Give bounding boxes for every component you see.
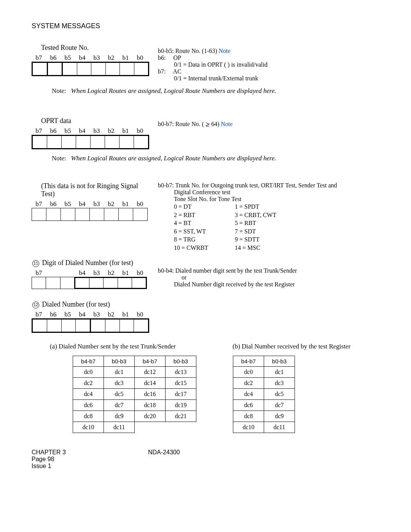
desc-text: b0-b5: [158,48,174,54]
note-text: When Logical Routes are assigned, Logica… [71,155,276,162]
table-header: b0-b3 [264,356,295,366]
bit-label: b4 [75,269,89,277]
bit-label: b1 [118,200,133,208]
bit-label: b3 [89,127,104,135]
bit-label: b3 [89,200,104,208]
table-a: b4-b7 b0-b3 b4-b7 b0-b3 dc0dc1dc12dc13 d… [73,356,196,433]
bit-label: b6 [46,311,61,318]
bit-label: b2 [104,269,118,277]
bit-label: b7 [32,127,46,135]
footer-page: Page 98 [32,456,148,463]
item-number-icon: 11 [32,260,39,267]
desc-text: Dialed number digit sent by the test Tru… [175,267,297,274]
desc-text: Trunk No. for Outgoing trunk test, ORT/I… [175,182,337,189]
table-header: b4-b7 [135,356,166,366]
table-row: dc0dc1 [233,366,295,377]
bit-label: b2 [104,54,118,62]
table-header: b0-b3 [104,356,135,366]
desc-text: Route No. ( [175,121,204,127]
desc-text: b0-b7: [158,182,174,189]
bit-label: b2 [104,200,118,208]
sec4-title: Digit of Dialed Number (for test) [42,259,133,267]
footer-chapter: CHAPTER 3 [32,449,148,456]
item-number-icon: 12 [32,302,39,308]
sec2-title: OPRT data [41,117,150,125]
note-label: Note: [52,155,66,162]
bit-label: b7 [32,269,46,277]
bit-label: b4 [75,311,89,318]
note-text: When Logical Routes are assigned, Logica… [71,87,276,94]
desc-text: AC [173,68,182,75]
bit-label: b0 [133,127,147,135]
bit-label: b0 [133,200,147,208]
table-b: b4-b7 b0-b3 dc0dc1 dc2dc3 dc4dc5 dc6dc7 … [233,356,295,433]
tone-value: 5 = RBT [235,219,296,227]
tone-value: 4 = BT [174,219,235,227]
bit-label: b1 [118,269,133,277]
note-link[interactable]: Note [221,121,233,127]
tone-value: 2 = RBT [174,211,235,219]
table-b-caption: (b) Dial Number received by the test Reg… [233,343,350,350]
footer-issue: Issue 1 [32,463,148,470]
bit-label: b3 [89,54,104,62]
bit-label: b1 [118,54,133,62]
desc-text: 0/1 = Data in OPRT ( ) is invalid/valid [174,61,268,68]
tone-value: 0 = DT [174,203,235,211]
tone-value: 9 = SDTT [235,235,296,244]
bit-label: b1 [118,127,133,135]
desc-text: Dialed Number digit received by the test… [174,281,297,288]
tone-value: 1 = SPDT [235,203,296,211]
bit-label: b2 [104,311,118,318]
page-header: SYSTEM MESSAGES [32,22,379,30]
desc-text: or [182,274,297,281]
note-link[interactable]: Note [219,48,231,54]
desc-text: Digital Conference test [174,189,337,196]
byte-diagram [32,62,149,76]
desc-text: Tone Slot No. for Tone Test [174,196,337,203]
desc-text: 64) [211,121,219,127]
desc-text: b6: [158,54,166,61]
bit-label: b0 [133,54,147,62]
bit-label: b7 [32,200,46,208]
bit-label: b4 [75,127,89,135]
bit-label: b5 [61,200,75,208]
table-row: dc10dc11 [73,422,196,433]
tone-value: 6 = SST, WT [174,227,235,236]
bit-label: b3 [89,269,104,277]
table-header: b4-b7 [233,356,264,366]
table-row: dc0dc1dc12dc13 [73,366,196,377]
desc-text: b0-b7: [158,121,174,127]
bit-label: b7 [32,311,46,318]
byte-diagram [32,277,147,289]
bit-label: b6 [46,200,61,208]
bit-label: b4 [75,200,89,208]
table-row: dc6dc7dc18dc19 [73,399,196,411]
tone-value: 10 = CWRBT [174,244,235,252]
bit-label: b5 [61,311,75,318]
bit-label: b0 [133,269,147,277]
bit-label: b1 [118,311,133,318]
sec3-title: (This data is not for Ringing Signal Tes… [41,182,148,198]
footer-doc: NDA-24300 [148,449,180,470]
bit-label: b2 [104,127,118,135]
desc-text: OP [173,54,181,61]
bit-label: b6 [46,127,61,135]
table-row: dc10dc11 [233,422,295,433]
desc-text: b0-b4: [158,267,174,274]
ge-icon [206,122,210,126]
table-row: dc4dc5 [233,388,295,399]
table-row: dc4dc5dc16dc17 [73,388,196,399]
bit-label: b3 [89,311,104,318]
note-label: Note: [52,87,66,94]
tone-value: 14 = MSC [235,244,296,252]
table-a-caption: (a) Dialed Number sent by the test Trunk… [50,343,233,350]
table-row: dc8dc9dc20dc21 [73,411,196,422]
sec1-title: Tested Route No. [41,44,150,52]
desc-text: Route No. (1-63) [175,48,217,54]
table-header: b0-b3 [166,356,196,366]
byte-diagram [32,318,149,333]
tone-value: 7 = SDT [235,227,296,236]
table-row: dc6dc7 [233,399,295,411]
byte-diagram [32,135,149,149]
tone-value: 3 = CRBT, CWT [235,211,296,219]
